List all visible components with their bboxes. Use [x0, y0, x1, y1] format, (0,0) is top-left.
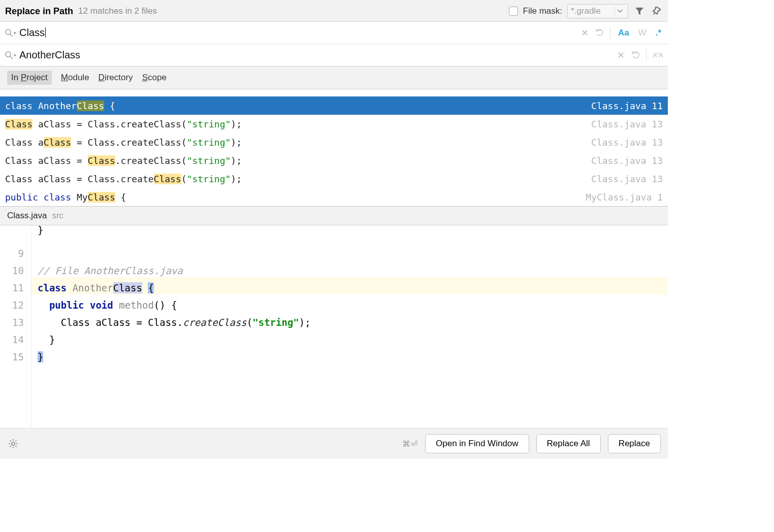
result-row[interactable]: class AnotherClass {Class.java 11: [0, 96, 668, 115]
svg-point-0: [6, 29, 11, 35]
preview-filename: Class.java: [7, 211, 47, 221]
result-row[interactable]: Class aClass = Class.createClass("string…: [0, 170, 668, 188]
replace-row: ▾ AnotherClass ✕ A"A: [0, 44, 668, 66]
result-text: public class MyClass {: [5, 192, 126, 203]
match-count: 12 matches in 2 files: [78, 6, 157, 16]
filemask-value: *.gradle: [571, 6, 601, 16]
result-location: MyClass.java 1: [586, 192, 663, 203]
svg-line-3: [10, 56, 13, 59]
result-row[interactable]: public class MyClass {MyClass.java 1: [0, 188, 668, 206]
svg-point-4: [12, 442, 15, 445]
tab-directory[interactable]: Directory: [99, 73, 133, 83]
shortcut-hint: ⌘⏎: [402, 439, 418, 449]
preserve-case-toggle[interactable]: A"A: [653, 52, 663, 59]
result-row-peek: [0, 89, 668, 96]
search-icon: ▾: [5, 29, 16, 37]
line-gutter: 9101112131415: [0, 225, 31, 428]
open-in-find-window-button[interactable]: Open in Find Window: [425, 434, 529, 453]
dialog-footer: ⌘⏎ Open in Find Window Replace All Repla…: [0, 428, 668, 459]
result-text: Class aClass = Class.createClass("string…: [5, 137, 242, 148]
result-location: Class.java 13: [591, 119, 663, 129]
gear-icon[interactable]: [7, 438, 19, 450]
result-row[interactable]: Class aClass = Class.createClass("string…: [0, 133, 668, 151]
filter-icon[interactable]: [633, 5, 646, 17]
filemask-label: File mask:: [523, 6, 562, 16]
match-case-toggle[interactable]: Aa: [617, 28, 631, 38]
dialog-title: Replace in Path: [5, 6, 73, 17]
replace-all-button[interactable]: Replace All: [536, 434, 601, 453]
result-text: Class aClass = Class.createClass("string…: [5, 174, 242, 184]
history-icon[interactable]: [631, 51, 640, 59]
result-location: Class.java 11: [591, 101, 663, 111]
chevron-down-icon: [615, 6, 625, 16]
result-text: Class aClass = Class.createClass("string…: [5, 155, 242, 166]
svg-point-2: [6, 52, 11, 57]
filemask-checkbox[interactable]: [509, 7, 518, 16]
result-text: class AnotherClass {: [5, 101, 115, 111]
history-icon[interactable]: [595, 29, 604, 37]
result-location: Class.java 13: [591, 174, 663, 184]
svg-line-1: [10, 34, 13, 37]
preview-path: src: [52, 211, 63, 221]
dialog-header: Replace in Path 12 matches in 2 files Fi…: [0, 0, 668, 22]
replace-input[interactable]: AnotherClass: [19, 49, 617, 61]
result-location: Class.java 13: [591, 137, 663, 148]
result-location: Class.java 13: [591, 155, 663, 166]
pin-icon[interactable]: [651, 5, 663, 17]
filemask-select[interactable]: *.gradle: [567, 4, 628, 18]
result-row[interactable]: Class aClass = Class.createClass("string…: [0, 115, 668, 133]
code-body[interactable]: }// File AnotherClass.javaclass AnotherC…: [31, 225, 668, 428]
code-preview: 9101112131415 }// File AnotherClass.java…: [0, 225, 668, 428]
find-row: ▾ Class ✕ Aa W .*: [0, 22, 668, 44]
result-text: Class aClass = Class.createClass("string…: [5, 119, 242, 129]
results-list: class AnotherClass {Class.java 11Class a…: [0, 89, 668, 207]
find-input[interactable]: Class: [19, 27, 581, 39]
scope-tabs: In Project Module Directory Scope: [0, 66, 668, 89]
preview-header: Class.java src: [0, 207, 668, 225]
search-icon: ▾: [5, 51, 16, 59]
tab-module[interactable]: Module: [61, 73, 89, 83]
clear-find-icon[interactable]: ✕: [581, 27, 589, 39]
words-toggle[interactable]: W: [637, 28, 648, 38]
tab-in-project[interactable]: In Project: [7, 71, 52, 85]
clear-replace-icon[interactable]: ✕: [617, 50, 625, 61]
replace-button[interactable]: Replace: [608, 434, 661, 453]
tab-scope[interactable]: Scope: [142, 73, 167, 83]
result-row[interactable]: Class aClass = Class.createClass("string…: [0, 151, 668, 170]
regex-toggle[interactable]: .*: [654, 28, 663, 38]
